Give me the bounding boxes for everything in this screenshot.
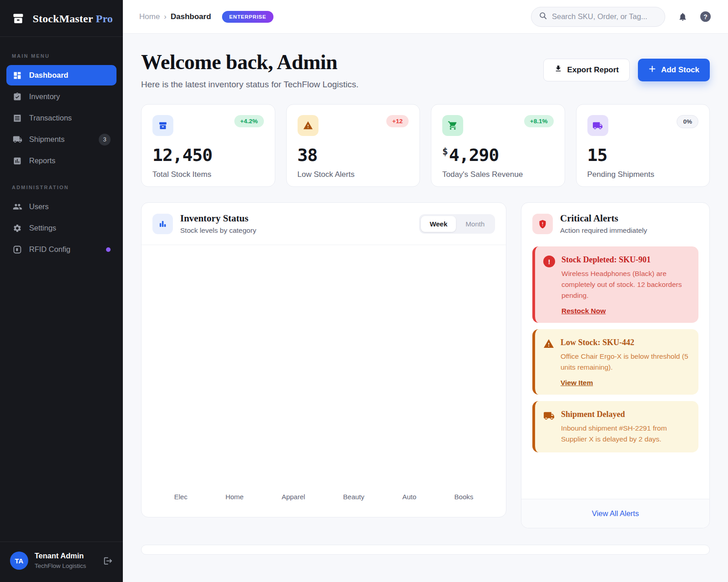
sidebar-item-transactions[interactable]: Transactions: [6, 108, 116, 128]
content: Welcome back, Admin Here is the latest i…: [123, 34, 728, 582]
panel-title: Inventory Status: [180, 213, 256, 224]
x-axis-label: Books: [455, 493, 474, 501]
warning-triangle-icon: [543, 338, 554, 387]
truck-icon: [12, 135, 22, 145]
search-input[interactable]: [552, 12, 657, 21]
view-item-link[interactable]: View Item: [561, 379, 593, 387]
stat-change-badge: +8.1%: [524, 115, 554, 127]
stat-change-badge: +4.2%: [234, 115, 264, 127]
breadcrumb-current: Dashboard: [171, 12, 211, 21]
stat-value: 38: [298, 145, 409, 165]
sidebar-item-label: Transactions: [29, 114, 72, 122]
sidebar-item-label: Settings: [29, 224, 56, 232]
sidebar-spacer: [0, 261, 123, 542]
alert-body: Inbound shipment #SH-2291 from Supplier …: [561, 423, 689, 445]
view-all-alerts-link[interactable]: View All Alerts: [592, 509, 639, 517]
stat-label: Pending Shipments: [587, 170, 699, 179]
bar-chart-icon: [12, 156, 22, 166]
page-subtitle: Here is the latest inventory status for …: [141, 80, 359, 90]
alert-title: Shipment Delayed: [561, 410, 689, 419]
toggle-week-button[interactable]: Week: [421, 216, 456, 232]
add-stock-button[interactable]: Add Stock: [638, 59, 710, 81]
x-axis-label: Auto: [402, 493, 416, 501]
sidebar-item-rfid-config[interactable]: RFID Config: [6, 239, 116, 260]
inventory-status-panel: Inventory Status Stock levels by categor…: [141, 202, 506, 517]
stat-label: Total Stock Items: [152, 170, 264, 179]
archive-box-logo-icon: [10, 11, 26, 26]
period-toggle: Week Month: [419, 214, 495, 234]
alert-shipment-delayed: Shipment Delayed Inbound shipment #SH-22…: [532, 401, 698, 452]
gear-icon: [12, 223, 22, 233]
page-actions: Export Report Add Stock: [543, 59, 710, 81]
stat-card-low-stock: +12 38 Low Stock Alerts: [286, 104, 420, 187]
sidebar-item-shipments[interactable]: Shipments 3: [6, 129, 116, 150]
search-bar[interactable]: [531, 7, 665, 27]
rfid-scan-icon: [12, 245, 22, 255]
search-icon: [539, 11, 547, 22]
alert-content: Shipment Delayed Inbound shipment #SH-22…: [561, 410, 689, 445]
stat-label: Today's Sales Revenue: [442, 170, 554, 179]
breadcrumb-home[interactable]: Home: [139, 12, 160, 21]
sidebar-nav: MAIN MENU Dashboard Inventory Transactio…: [0, 37, 123, 261]
sidebar-item-reports[interactable]: Reports: [6, 151, 116, 171]
user-name: Tenant Admin: [35, 551, 86, 561]
notifications-bell-icon[interactable]: [678, 12, 688, 22]
stat-card-sales-revenue: +8.1% $4,290 Today's Sales Revenue: [431, 104, 565, 187]
export-report-button[interactable]: Export Report: [543, 59, 630, 81]
alert-low-stock: Low Stock: SKU-442 Office Chair Ergo-X i…: [532, 329, 698, 395]
sidebar-item-label: Inventory: [29, 92, 60, 101]
users-icon: [12, 202, 22, 212]
sidebar-item-users[interactable]: Users: [6, 196, 116, 217]
alert-content: Stock Depleted: SKU-901 Wireless Headpho…: [561, 255, 689, 315]
sidebar-item-settings[interactable]: Settings: [6, 218, 116, 238]
breadcrumb-separator: ›: [164, 12, 167, 21]
clipboard-icon: [12, 92, 22, 102]
brand-logo: StockMasterPro: [0, 0, 123, 37]
shield-alert-icon: [532, 214, 553, 234]
stat-card-pending-shipments: 0% 15 Pending Shipments: [576, 104, 710, 187]
collapsed-card-bar: [141, 545, 710, 555]
stat-label: Low Stock Alerts: [298, 170, 409, 179]
restock-now-link[interactable]: Restock Now: [561, 307, 606, 315]
toggle-month-button[interactable]: Month: [457, 216, 493, 232]
stat-value: $4,290: [442, 145, 554, 165]
panel-title: Critical Alerts: [560, 213, 647, 224]
warning-triangle-icon: [298, 115, 318, 136]
sidebar: StockMasterPro MAIN MENU Dashboard Inven…: [0, 0, 123, 582]
column-chart-icon: [152, 214, 173, 234]
sidebar-user: TA Tenant Admin TechFlow Logistics: [0, 542, 123, 582]
topbar: Home › Dashboard ENTERPRISE ?: [123, 0, 728, 34]
user-org: TechFlow Logistics: [35, 562, 86, 570]
panel-subtitle: Action required immediately: [560, 226, 647, 235]
user-meta: Tenant Admin TechFlow Logistics: [35, 551, 86, 570]
inventory-panel-titles: Inventory Status Stock levels by categor…: [180, 213, 256, 235]
sidebar-item-dashboard[interactable]: Dashboard: [6, 65, 116, 85]
help-icon[interactable]: ?: [700, 11, 711, 22]
critical-alerts-panel: Critical Alerts Action required immediat…: [521, 202, 710, 528]
stat-value: 15: [587, 145, 699, 165]
nav-section-main-menu: MAIN MENU: [6, 53, 116, 59]
alerts-list: ! Stock Depleted: SKU-901 Wireless Headp…: [521, 245, 709, 461]
download-icon: [554, 65, 562, 75]
avatar: TA: [10, 552, 28, 570]
cart-icon: [442, 115, 463, 136]
export-report-label: Export Report: [567, 65, 619, 75]
stat-card-total-stock: +4.2% 12,450 Total Stock Items: [141, 104, 275, 187]
logout-icon[interactable]: [103, 556, 113, 566]
welcome-text: Welcome back, Admin Here is the latest i…: [141, 50, 359, 90]
currency-symbol: $: [442, 146, 448, 157]
stat-value: 12,450: [152, 145, 264, 165]
x-axis-label: Elec: [174, 493, 187, 501]
sidebar-item-inventory[interactable]: Inventory: [6, 86, 116, 107]
alert-body: Office Chair Ergo-X is below threshold (…: [561, 351, 689, 373]
panels-row: Inventory Status Stock levels by categor…: [141, 202, 710, 528]
truck-icon: [543, 410, 555, 445]
alert-circle-icon: !: [543, 255, 555, 315]
app-root: StockMasterPro MAIN MENU Dashboard Inven…: [0, 0, 728, 582]
brand-suffix: Pro: [96, 13, 113, 25]
alert-title: Stock Depleted: SKU-901: [561, 255, 689, 265]
breadcrumb: Home › Dashboard: [139, 12, 211, 21]
truck-icon: [587, 115, 608, 136]
add-stock-label: Add Stock: [661, 65, 699, 75]
stat-change-badge: +12: [386, 115, 409, 127]
